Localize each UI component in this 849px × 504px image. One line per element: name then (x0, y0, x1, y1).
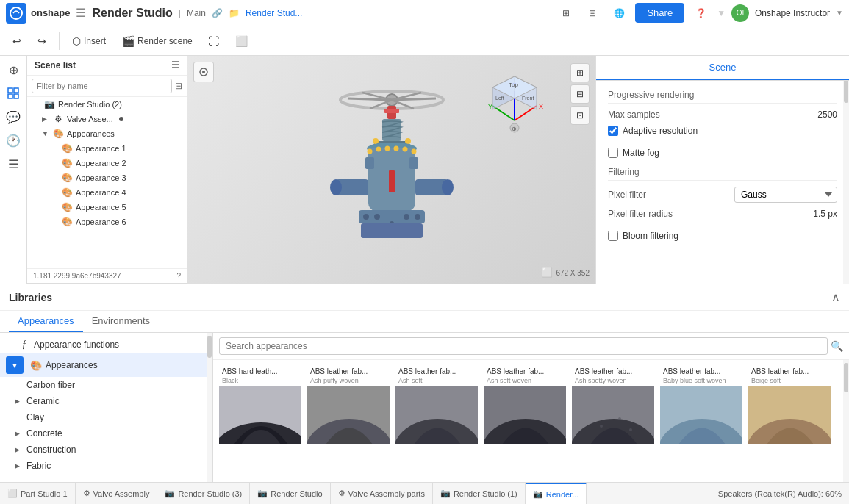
tab-render-current[interactable]: 📷 Render... (526, 483, 587, 504)
viewport-size: ⬜ 672 X 352 (542, 267, 590, 278)
app-tree-clay[interactable]: Clay (0, 409, 212, 425)
tree-item-appearance2[interactable]: 🎨 Appearance 2 (27, 156, 187, 170)
tree-icon-app3: 🎨 (61, 173, 73, 183)
app-tree-appearances[interactable]: ▼ 🎨 Appearances (0, 353, 212, 377)
adaptive-resolution-checkbox[interactable] (608, 126, 618, 136)
tab-part-studio[interactable]: ⬜ Part Studio 1 (0, 483, 76, 504)
app-tree-carbon[interactable]: Carbon fiber (0, 377, 212, 393)
user-name[interactable]: Onshape Instructor (755, 8, 830, 18)
undo-button[interactable]: ↩ (6, 32, 28, 51)
app-tree-functions[interactable]: ƒ Appearance functions (0, 336, 212, 353)
tree-item-valve[interactable]: ▶ ⚙ Valve Asse... (27, 112, 187, 126)
app-tree-concrete[interactable]: ▶ Concrete (0, 425, 212, 442)
tab-environments[interactable]: Environments (83, 311, 159, 332)
sidebar-history-icon[interactable]: 🕐 (2, 129, 24, 151)
tree-label-appearances: Appearances (67, 129, 115, 138)
filtering-title: Filtering (608, 167, 837, 181)
viewport-ctrl-1[interactable]: ⊞ (570, 63, 590, 82)
sidebar-chat-icon[interactable]: 💬 (2, 106, 24, 128)
pixel-filter-select[interactable]: Gauss Box Triangle (734, 187, 837, 203)
footer-help-icon[interactable]: ? (176, 272, 181, 280)
tab-icon-render-studio-3: 📷 (165, 489, 175, 498)
tree-item-appearance3[interactable]: 🎨 Appearance 3 (27, 170, 187, 185)
app-tree-fabric[interactable]: ▶ Fabric (0, 458, 212, 474)
sidebar-list-icon[interactable]: ☰ (2, 153, 24, 175)
appearances-tree: ƒ Appearance functions ▼ 🎨 Appearances C… (0, 333, 213, 482)
tab-icon-render-current: 📷 (533, 489, 543, 499)
share-button[interactable]: Share (635, 3, 684, 23)
tree-item-appearances[interactable]: ▼ 🎨 Appearances (27, 126, 187, 141)
svg-rect-27 (389, 170, 395, 192)
material-card-abs-beige[interactable]: ABS leather fab... Beige soft (748, 365, 831, 477)
material-sublabel-abs-ash-spotty: Ash spotty woven (572, 377, 654, 386)
main-link[interactable]: Main (187, 8, 206, 18)
toolbar-extra-icon1: ⛶ (209, 35, 219, 47)
insert-button[interactable]: ⬡ Insert (65, 32, 112, 51)
matte-fog-checkbox[interactable] (608, 148, 618, 158)
tab-render-studio-1[interactable]: 📷 Render Studio (1) (433, 483, 526, 504)
libraries-collapse-icon[interactable]: ∧ (831, 290, 840, 304)
help-icon[interactable]: ❓ (690, 3, 711, 24)
search-icon[interactable]: 🔍 (831, 340, 843, 352)
tab-valve-parts[interactable]: ⚙ Valve Assembly parts (331, 483, 433, 504)
focus-icon[interactable] (193, 62, 214, 82)
user-arrow-icon[interactable]: ▼ (836, 9, 843, 17)
globe-icon[interactable]: 🌐 (609, 3, 629, 24)
render-scene-button[interactable]: 🎬 Render scene (115, 32, 199, 51)
menu-icon[interactable]: ☰ (76, 6, 86, 20)
viewport-3d[interactable]: Y X Z Top Left Front ⊕ ⊞ ⊟ ⊡ (187, 56, 595, 284)
render-scene-label: Render scene (137, 36, 193, 46)
filter-input[interactable] (32, 79, 172, 93)
tab-appearances[interactable]: Appearances (9, 311, 83, 332)
material-card-abs-hard-black[interactable]: ABS hard leath... Black (218, 365, 302, 477)
material-card-abs-baby-blue[interactable]: ABS leather fab... Baby blue soft woven (659, 365, 743, 477)
app-tree-construction[interactable]: ▶ Construction (0, 442, 212, 458)
tree-item-appearance4[interactable]: 🎨 Appearance 4 (27, 185, 187, 200)
viewport-ctrl-2[interactable]: ⊟ (570, 84, 590, 104)
tree-item-appearance6[interactable]: 🎨 Appearance 6 (27, 215, 187, 229)
svg-rect-4 (14, 94, 18, 98)
tree-item-appearance5[interactable]: 🎨 Appearance 5 (27, 200, 187, 215)
scene-panel: Scene Progressive rendering Max samples … (595, 56, 849, 284)
tree-item-appearance1[interactable]: 🎨 Appearance 1 (27, 141, 187, 156)
filter-list-icon[interactable]: ⊟ (175, 81, 182, 91)
tab-valve-assembly[interactable]: ⚙ Valve Assembly (76, 483, 158, 504)
svg-text:Front: Front (522, 96, 534, 101)
tree-icon-render: 📷 (43, 99, 55, 109)
tab-scene[interactable]: Scene (596, 56, 849, 80)
apps-icon[interactable]: ⊟ (582, 3, 603, 24)
toolbar-icon-btn1[interactable]: ⛶ (202, 32, 226, 51)
grid-scrollbar[interactable] (843, 360, 849, 482)
tab-render-studio-main[interactable]: 📷 Render Studio (250, 483, 330, 504)
tab-render-studio-3[interactable]: 📷 Render Studio (3) (157, 483, 250, 504)
search-input[interactable] (219, 337, 828, 355)
scene-scrollbar[interactable] (843, 56, 849, 284)
redo-button[interactable]: ↪ (31, 32, 53, 51)
tree-scrollbar[interactable] (207, 333, 212, 482)
grid-icon[interactable]: ⊞ (556, 3, 576, 24)
app-tree-label-appearances: Appearances (46, 360, 98, 370)
toolbar-icon-btn2[interactable]: ⬜ (229, 32, 254, 51)
avatar[interactable]: OI (731, 4, 749, 22)
svg-point-38 (442, 179, 454, 195)
pixel-filter-radius-row: Pixel filter radius 1.5 px (608, 209, 837, 219)
grid-scrollbar-thumb (844, 363, 848, 392)
sidebar-scene-icon[interactable] (2, 82, 24, 104)
bloom-filter-checkbox[interactable] (608, 231, 618, 241)
svg-point-0 (10, 7, 22, 19)
tree-item-render-studio[interactable]: 📷 Render Studio (2) (27, 97, 187, 112)
scene-list-menu-icon[interactable]: ☰ (171, 60, 179, 71)
sidebar-nav-icon[interactable]: ⊕ (2, 59, 24, 81)
nav-cube[interactable]: Y X Z Top Left Front ⊕ (478, 62, 551, 135)
material-card-abs-ash-soft-woven[interactable]: ABS leather fab... Ash soft woven (483, 365, 567, 477)
svg-point-32 (404, 214, 409, 220)
svg-point-23 (384, 146, 390, 151)
libraries-tabs: Appearances Environments (0, 311, 849, 333)
app-tree-ceramic[interactable]: ▶ Ceramic (0, 393, 212, 409)
breadcrumb-link[interactable]: Render Stud... (246, 8, 302, 18)
material-card-abs-ash-puffy[interactable]: ABS leather fab... Ash puffy woven (307, 365, 390, 477)
logo-icon[interactable] (6, 3, 26, 24)
material-card-abs-ash-spotty[interactable]: ABS leather fab... Ash spotty woven (571, 365, 655, 477)
material-card-abs-ash-soft[interactable]: ABS leather fab... Ash soft (395, 365, 479, 477)
viewport-ctrl-3[interactable]: ⊡ (570, 106, 590, 125)
